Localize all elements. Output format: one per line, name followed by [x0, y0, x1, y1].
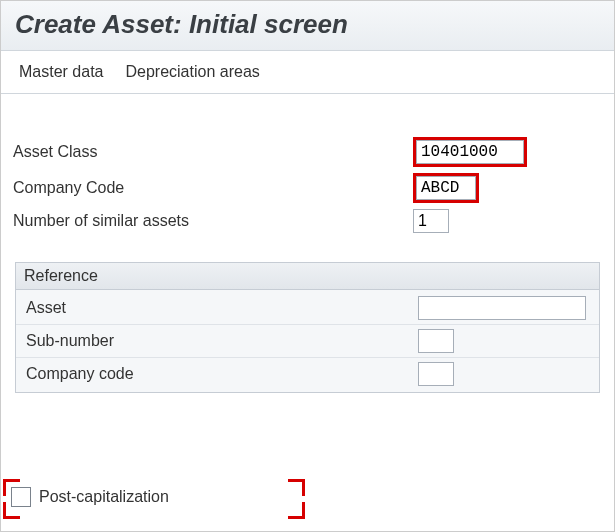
label-ref-company-code: Company code [24, 365, 418, 383]
highlight-company-code [413, 173, 479, 203]
input-ref-asset[interactable] [418, 296, 586, 320]
label-ref-subnumber: Sub-number [24, 332, 418, 350]
label-asset-class: Asset Class [11, 143, 413, 161]
input-ref-company-code[interactable] [418, 362, 454, 386]
row-num-similar: Number of similar assets [11, 206, 604, 236]
checkbox-box [11, 487, 31, 507]
row-company-code: Company Code [11, 170, 604, 206]
window: Create Asset: Initial screen Master data… [0, 0, 615, 532]
checkbox-post-capitalization[interactable]: Post-capitalization [7, 485, 173, 509]
label-company-code: Company Code [11, 179, 413, 197]
menu-bar: Master data Depreciation areas [1, 51, 614, 94]
main-form: Asset Class Company Code Number of simil… [1, 94, 614, 403]
label-ref-asset: Asset [24, 299, 418, 317]
row-ref-asset: Asset [16, 292, 599, 324]
row-ref-company-code: Company code [16, 357, 599, 390]
menu-depreciation-areas[interactable]: Depreciation areas [125, 63, 259, 81]
row-ref-subnumber: Sub-number [16, 324, 599, 357]
input-ref-subnumber[interactable] [418, 329, 454, 353]
menu-master-data[interactable]: Master data [19, 63, 103, 81]
groupbox-reference-title: Reference [16, 263, 599, 290]
row-asset-class: Asset Class [11, 134, 604, 170]
input-company-code[interactable] [416, 176, 476, 200]
label-post-capitalization: Post-capitalization [39, 488, 169, 506]
input-num-similar[interactable] [413, 209, 449, 233]
groupbox-reference: Reference Asset Sub-number Company code [15, 262, 600, 393]
title-bar: Create Asset: Initial screen [1, 1, 614, 51]
label-num-similar: Number of similar assets [11, 212, 413, 230]
input-asset-class[interactable] [416, 140, 524, 164]
page-title: Create Asset: Initial screen [15, 9, 348, 39]
highlight-asset-class [413, 137, 527, 167]
